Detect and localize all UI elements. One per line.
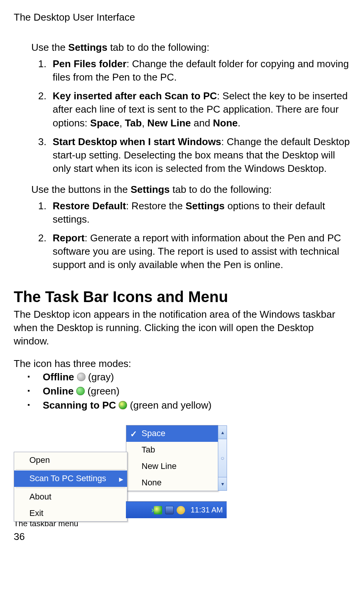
list-item: ▪ Offline (gray)	[27, 370, 350, 384]
scroll-top-button[interactable]: ▴	[218, 425, 227, 439]
tray-clock: 11:31 AM	[190, 505, 223, 515]
tray-monitor-icon[interactable]	[165, 506, 174, 514]
list-item: 2. Key inserted after each Scan to PC: S…	[38, 89, 350, 129]
modes-list: ▪ Offline (gray) ▪ Online (green) ▪ Scan…	[27, 370, 350, 412]
restore-default-label: Restore Default	[53, 200, 126, 212]
text: : Generate a report with information abo…	[53, 232, 341, 270]
submenu-new-line[interactable]: New Line	[126, 458, 218, 475]
list-item: 2. Report: Generate a report with inform…	[38, 231, 350, 272]
tray-icons	[154, 506, 185, 514]
option-tab: Tab	[125, 117, 142, 129]
list-item: ▪ Online (green)	[27, 385, 350, 398]
pen-icon-green-yellow	[119, 401, 127, 409]
text: (green)	[85, 385, 119, 397]
mode-offline-label: Offline	[43, 371, 74, 383]
key-inserted-label: Key inserted after each Scan to PC	[53, 90, 217, 102]
list-number: 2.	[38, 89, 53, 129]
windows-taskbar-tray: › 11:31 AM	[126, 501, 227, 518]
text: ,	[119, 117, 125, 129]
tray-user-icon[interactable]	[177, 506, 185, 514]
text: tab to do the following:	[107, 42, 209, 53]
submenu-label: Tab	[142, 445, 155, 454]
taskbar-menu-screenshot: ✓ Space Tab New Line None ▴ ○ ▾ Open Sca…	[14, 425, 217, 518]
list-number: 2.	[38, 231, 53, 272]
text: Use the	[31, 42, 68, 53]
section-heading-taskbar: The Task Bar Icons and Menu	[14, 286, 350, 307]
mode-online-label: Online	[43, 385, 74, 397]
pen-files-folder-label: Pen Files folder	[53, 58, 127, 70]
submenu-tab[interactable]: Tab	[126, 442, 218, 458]
list-body: Key inserted after each Scan to PC: Sele…	[53, 89, 350, 129]
scroll-bottom-button[interactable]: ▾	[218, 477, 227, 491]
text: .	[238, 117, 240, 129]
list-body: Online (green)	[43, 385, 350, 398]
text: and	[191, 117, 213, 129]
list-number: 1.	[38, 57, 53, 84]
list-number: 1.	[38, 199, 53, 226]
submenu-arrow-icon: ▸	[119, 474, 123, 485]
list-item: 1. Restore Default: Restore the Settings…	[38, 199, 350, 226]
list-body: Pen Files folder: Change the default fol…	[53, 57, 350, 84]
menu-open[interactable]: Open	[14, 452, 127, 469]
tray-expand-icon[interactable]: ›	[151, 504, 154, 516]
page-header: The Desktop User Interface	[14, 11, 350, 24]
list-body: Report: Generate a report with informati…	[53, 231, 350, 272]
scroll-track[interactable]: ○	[218, 439, 227, 477]
taskbar-context-menu: Open Scan To PC Settings ▸ About Exit	[14, 452, 127, 522]
check-icon: ✓	[130, 428, 137, 440]
tray-pen-icon[interactable]	[154, 506, 162, 514]
list-item: ▪ Scanning to PC (green and yellow)	[27, 399, 350, 412]
settings-word: Settings	[130, 184, 170, 195]
settings-word: Settings	[185, 200, 225, 212]
menu-exit[interactable]: Exit	[14, 505, 127, 522]
menu-about[interactable]: About	[14, 489, 127, 505]
settings-word: Settings	[68, 42, 108, 53]
list-item: 3. Start Desktop when I start Windows: C…	[38, 135, 350, 175]
text: : Restore the	[126, 200, 185, 212]
intro-settings-buttons: Use the buttons in the Settings tab to d…	[31, 183, 350, 196]
list-number: 3.	[38, 135, 53, 175]
section-paragraph: The Desktop icon appears in the notifica…	[14, 308, 350, 348]
submenu-label: None	[142, 478, 162, 487]
text: (gray)	[85, 371, 114, 383]
menu-label: Exit	[29, 508, 43, 518]
submenu-label: Space	[142, 428, 165, 438]
pen-icon-gray	[77, 373, 85, 381]
menu-separator	[16, 469, 126, 470]
submenu-none[interactable]: None	[126, 475, 218, 491]
submenu-label: New Line	[142, 461, 177, 471]
bullet: ▪	[27, 399, 43, 412]
pen-icon-green	[76, 387, 85, 395]
option-new-line: New Line	[147, 117, 191, 129]
menu-scan-to-pc-settings[interactable]: Scan To PC Settings ▸	[14, 470, 127, 487]
menu-label: Scan To PC Settings	[29, 474, 106, 483]
list-body: Start Desktop when I start Windows: Chan…	[53, 135, 350, 175]
start-desktop-label: Start Desktop when I start Windows	[53, 136, 221, 147]
text: (green and yellow)	[127, 399, 211, 411]
text: ,	[142, 117, 147, 129]
list-body: Scanning to PC (green and yellow)	[43, 399, 350, 412]
modes-intro: The icon has three modes:	[14, 357, 350, 370]
menu-label: About	[29, 492, 52, 501]
menu-separator	[16, 488, 126, 488]
settings-buttons-list: 1. Restore Default: Restore the Settings…	[38, 199, 350, 272]
bullet: ▪	[27, 370, 43, 384]
settings-tab-list: 1. Pen Files folder: Change the default …	[38, 57, 350, 175]
text: tab to do the following:	[170, 184, 272, 195]
page-number: 36	[14, 530, 350, 543]
bullet: ▪	[27, 385, 43, 398]
submenu-scroll: ▴ ○ ▾	[218, 425, 227, 491]
option-none: None	[213, 117, 238, 129]
option-space: Space	[90, 117, 119, 129]
list-body: Restore Default: Restore the Settings op…	[53, 199, 350, 226]
intro-settings-tab: Use the Settings tab to do the following…	[31, 41, 350, 54]
text: Use the buttons in the	[31, 184, 130, 195]
report-label: Report	[53, 232, 85, 244]
submenu-space[interactable]: ✓ Space	[126, 425, 218, 442]
list-item: 1. Pen Files folder: Change the default …	[38, 57, 350, 84]
menu-label: Open	[29, 455, 50, 465]
mode-scanning-label: Scanning to PC	[43, 399, 116, 411]
scan-to-pc-submenu: ✓ Space Tab New Line None ▴ ○ ▾	[126, 425, 218, 491]
list-body: Offline (gray)	[43, 370, 350, 384]
